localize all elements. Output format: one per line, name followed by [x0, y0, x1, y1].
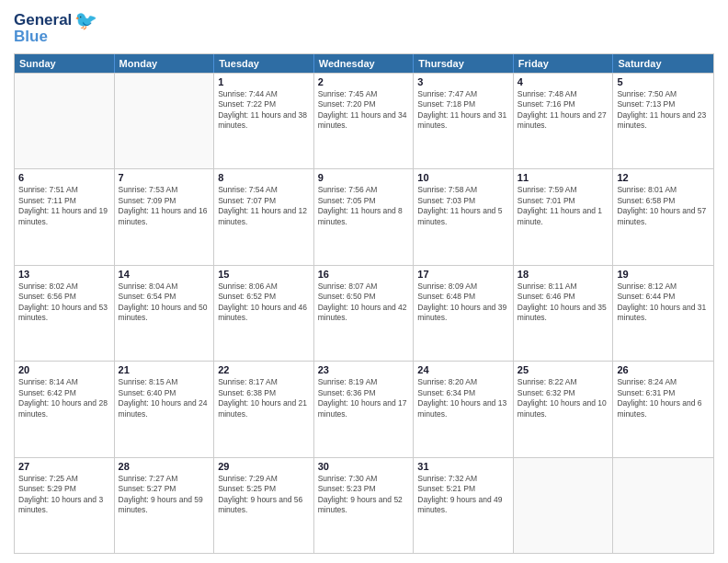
day-number: 18 [518, 269, 609, 280]
day-number: 5 [617, 76, 710, 87]
calendar-cell: 10Sunrise: 7:58 AMSunset: 7:03 PMDayligh… [414, 169, 514, 264]
calendar-cell: 27Sunrise: 7:25 AMSunset: 5:29 PMDayligh… [15, 458, 115, 553]
day-info: Sunrise: 8:20 AMSunset: 6:34 PMDaylight:… [417, 377, 509, 419]
calendar-cell: 6Sunrise: 7:51 AMSunset: 7:11 PMDaylight… [15, 169, 115, 264]
calendar-cell: 15Sunrise: 8:06 AMSunset: 6:52 PMDayligh… [214, 266, 314, 361]
day-info: Sunrise: 7:54 AMSunset: 7:07 PMDaylight:… [218, 185, 310, 227]
calendar-cell [613, 458, 713, 553]
header-day-sunday: Sunday [15, 54, 115, 73]
header: General 🐦 Blue [14, 9, 714, 46]
day-number: 22 [218, 364, 310, 375]
day-number: 25 [518, 364, 609, 375]
day-number: 23 [318, 364, 410, 375]
day-info: Sunrise: 7:44 AMSunset: 7:22 PMDaylight:… [218, 89, 310, 132]
day-number: 15 [218, 269, 310, 280]
day-number: 16 [318, 269, 410, 280]
day-number: 12 [617, 172, 710, 183]
header-day-thursday: Thursday [414, 54, 514, 73]
logo-bird-icon: 🐦 [74, 9, 97, 31]
header-day-friday: Friday [514, 54, 614, 73]
calendar-cell: 12Sunrise: 8:01 AMSunset: 6:58 PMDayligh… [613, 169, 713, 264]
calendar-cell: 7Sunrise: 7:53 AMSunset: 7:09 PMDaylight… [115, 169, 215, 264]
day-info: Sunrise: 7:53 AMSunset: 7:09 PMDaylight:… [119, 185, 210, 227]
day-info: Sunrise: 8:06 AMSunset: 6:52 PMDaylight:… [218, 282, 310, 324]
day-number: 10 [417, 172, 509, 183]
calendar-cell: 3Sunrise: 7:47 AMSunset: 7:18 PMDaylight… [414, 74, 514, 168]
day-number: 28 [119, 461, 210, 472]
day-info: Sunrise: 7:48 AMSunset: 7:16 PMDaylight:… [518, 89, 609, 132]
header-day-monday: Monday [115, 54, 215, 73]
day-number: 24 [417, 364, 509, 375]
day-info: Sunrise: 8:01 AMSunset: 6:58 PMDaylight:… [617, 185, 710, 227]
day-info: Sunrise: 7:27 AMSunset: 5:27 PMDaylight:… [119, 474, 210, 516]
calendar: SundayMondayTuesdayWednesdayThursdayFrid… [14, 53, 714, 554]
day-info: Sunrise: 8:07 AMSunset: 6:50 PMDaylight:… [318, 282, 410, 324]
day-number: 29 [218, 461, 310, 472]
day-number: 17 [417, 269, 509, 280]
header-day-tuesday: Tuesday [214, 54, 314, 73]
day-info: Sunrise: 8:17 AMSunset: 6:38 PMDaylight:… [218, 377, 310, 419]
calendar-cell: 16Sunrise: 8:07 AMSunset: 6:50 PMDayligh… [314, 266, 415, 361]
day-number: 6 [18, 172, 110, 183]
calendar-cell: 30Sunrise: 7:30 AMSunset: 5:23 PMDayligh… [314, 458, 415, 553]
calendar-cell [115, 74, 215, 168]
day-info: Sunrise: 7:50 AMSunset: 7:13 PMDaylight:… [617, 89, 710, 132]
calendar-cell: 22Sunrise: 8:17 AMSunset: 6:38 PMDayligh… [214, 362, 314, 456]
day-info: Sunrise: 7:32 AMSunset: 5:21 PMDaylight:… [417, 474, 509, 516]
calendar-cell: 11Sunrise: 7:59 AMSunset: 7:01 PMDayligh… [514, 169, 614, 264]
day-info: Sunrise: 8:02 AMSunset: 6:56 PMDaylight:… [18, 282, 110, 324]
day-info: Sunrise: 7:56 AMSunset: 7:05 PMDaylight:… [318, 185, 410, 227]
day-info: Sunrise: 7:59 AMSunset: 7:01 PMDaylight:… [518, 185, 609, 227]
logo-general-text: General [14, 11, 72, 29]
calendar-header: SundayMondayTuesdayWednesdayThursdayFrid… [15, 54, 713, 73]
calendar-cell: 18Sunrise: 8:11 AMSunset: 6:46 PMDayligh… [514, 266, 614, 361]
day-number: 4 [518, 76, 609, 87]
calendar-cell: 31Sunrise: 7:32 AMSunset: 5:21 PMDayligh… [414, 458, 514, 553]
day-info: Sunrise: 7:45 AMSunset: 7:20 PMDaylight:… [318, 89, 410, 132]
day-number: 27 [18, 461, 110, 472]
day-number: 31 [417, 461, 509, 472]
calendar-row-2: 13Sunrise: 8:02 AMSunset: 6:56 PMDayligh… [15, 265, 713, 361]
day-info: Sunrise: 8:14 AMSunset: 6:42 PMDaylight:… [18, 377, 110, 419]
day-number: 19 [617, 269, 710, 280]
day-number: 30 [318, 461, 410, 472]
day-info: Sunrise: 7:25 AMSunset: 5:29 PMDaylight:… [18, 474, 110, 516]
day-info: Sunrise: 7:47 AMSunset: 7:18 PMDaylight:… [417, 89, 509, 132]
day-info: Sunrise: 8:22 AMSunset: 6:32 PMDaylight:… [518, 377, 609, 419]
calendar-cell [514, 458, 614, 553]
logo: General 🐦 Blue [14, 9, 97, 46]
header-day-wednesday: Wednesday [314, 54, 415, 73]
calendar-cell: 17Sunrise: 8:09 AMSunset: 6:48 PMDayligh… [414, 266, 514, 361]
day-info: Sunrise: 8:15 AMSunset: 6:40 PMDaylight:… [119, 377, 210, 419]
day-number: 3 [417, 76, 509, 87]
day-number: 11 [518, 172, 609, 183]
calendar-cell [15, 74, 115, 168]
calendar-cell: 2Sunrise: 7:45 AMSunset: 7:20 PMDaylight… [314, 74, 415, 168]
calendar-row-1: 6Sunrise: 7:51 AMSunset: 7:11 PMDaylight… [15, 168, 713, 264]
day-number: 8 [218, 172, 310, 183]
calendar-cell: 23Sunrise: 8:19 AMSunset: 6:36 PMDayligh… [314, 362, 415, 456]
calendar-cell: 8Sunrise: 7:54 AMSunset: 7:07 PMDaylight… [214, 169, 314, 264]
calendar-row-0: 1Sunrise: 7:44 AMSunset: 7:22 PMDaylight… [15, 73, 713, 168]
calendar-cell: 26Sunrise: 8:24 AMSunset: 6:31 PMDayligh… [613, 362, 713, 456]
day-number: 2 [318, 76, 410, 87]
day-info: Sunrise: 8:11 AMSunset: 6:46 PMDaylight:… [518, 282, 609, 324]
day-info: Sunrise: 8:09 AMSunset: 6:48 PMDaylight:… [417, 282, 509, 324]
calendar-cell: 9Sunrise: 7:56 AMSunset: 7:05 PMDaylight… [314, 169, 415, 264]
calendar-cell: 5Sunrise: 7:50 AMSunset: 7:13 PMDaylight… [613, 74, 713, 168]
day-number: 7 [119, 172, 210, 183]
day-number: 20 [18, 364, 110, 375]
calendar-cell: 14Sunrise: 8:04 AMSunset: 6:54 PMDayligh… [115, 266, 215, 361]
day-number: 1 [218, 76, 310, 87]
calendar-row-4: 27Sunrise: 7:25 AMSunset: 5:29 PMDayligh… [15, 457, 713, 553]
day-info: Sunrise: 7:29 AMSunset: 5:25 PMDaylight:… [218, 474, 310, 516]
calendar-cell: 13Sunrise: 8:02 AMSunset: 6:56 PMDayligh… [15, 266, 115, 361]
day-number: 13 [18, 269, 110, 280]
calendar-cell: 20Sunrise: 8:14 AMSunset: 6:42 PMDayligh… [15, 362, 115, 456]
page: General 🐦 Blue SundayMondayTuesdayWednes… [0, 0, 728, 563]
calendar-row-3: 20Sunrise: 8:14 AMSunset: 6:42 PMDayligh… [15, 361, 713, 456]
calendar-cell: 19Sunrise: 8:12 AMSunset: 6:44 PMDayligh… [613, 266, 713, 361]
calendar-cell: 29Sunrise: 7:29 AMSunset: 5:25 PMDayligh… [214, 458, 314, 553]
calendar-cell: 24Sunrise: 8:20 AMSunset: 6:34 PMDayligh… [414, 362, 514, 456]
calendar-cell: 21Sunrise: 8:15 AMSunset: 6:40 PMDayligh… [115, 362, 215, 456]
